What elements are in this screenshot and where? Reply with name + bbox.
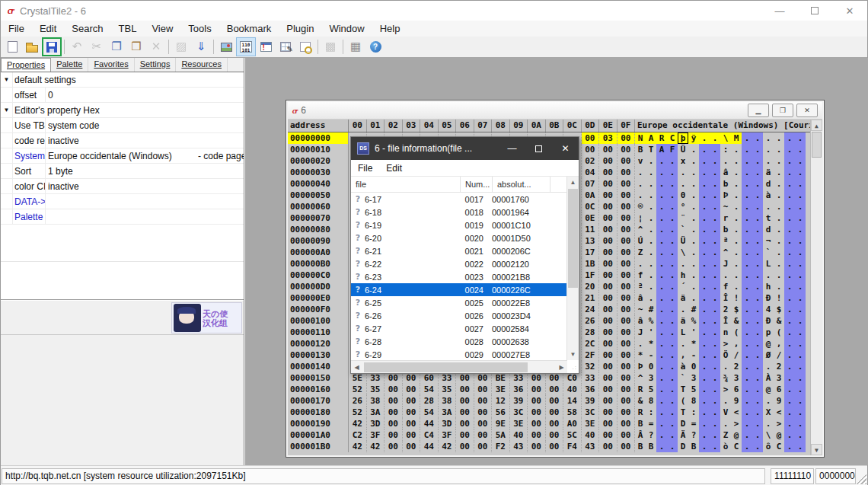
hex-char-cell[interactable]: . <box>752 338 763 349</box>
paste-button[interactable]: ❒ <box>126 37 146 56</box>
menu-plugin[interactable]: Plugin <box>279 21 321 37</box>
hex-char-cell[interactable]: = <box>688 418 699 429</box>
hex-char-cell[interactable]: ° <box>678 201 688 212</box>
hex-char-cell[interactable]: . <box>667 338 678 349</box>
file-list-row[interactable]: ?6-20002000001D50 <box>351 231 567 244</box>
hex-char-cell[interactable]: . <box>784 224 795 235</box>
hex-byte-cell[interactable]: 00 <box>599 361 617 372</box>
hex-byte-cell[interactable]: 00 <box>528 441 546 452</box>
hex-char-cell[interactable]: B <box>635 144 646 155</box>
hex-char-cell[interactable]: . <box>699 190 710 201</box>
hex-char-cell[interactable]: . <box>699 327 710 338</box>
hex-char-cell[interactable]: . <box>710 212 720 224</box>
hex-char-cell[interactable]: . <box>784 338 795 349</box>
tile-editor-button[interactable] <box>276 37 295 56</box>
hex-char-cell[interactable]: x <box>678 155 688 167</box>
hex-char-cell[interactable]: . <box>784 212 795 224</box>
hex-byte-cell[interactable]: 00 <box>456 407 474 418</box>
hex-byte-cell[interactable]: 26 <box>349 395 367 407</box>
hex-char-cell[interactable]: . <box>763 144 774 155</box>
delete-button[interactable]: ✕ <box>146 37 166 56</box>
hex-byte-cell[interactable]: 00 <box>546 384 564 395</box>
property-value[interactable]: 1 byte <box>46 164 244 178</box>
hex-char-cell[interactable]: - <box>646 349 656 361</box>
hex-byte-cell[interactable]: 1B <box>582 258 600 270</box>
hex-char-cell[interactable]: . <box>795 212 806 224</box>
hex-char-cell[interactable]: . <box>784 361 795 372</box>
hex-byte-cell[interactable]: 24 <box>582 304 600 315</box>
hex-char-cell[interactable]: . <box>763 395 774 407</box>
hex-byte-cell[interactable]: 00 <box>617 201 636 212</box>
hex-char-cell[interactable]: R <box>635 407 646 418</box>
hex-byte-cell[interactable]: C4 <box>420 429 439 441</box>
file-list-row[interactable]: ?6-18001800001964 <box>351 206 567 219</box>
hex-byte-cell[interactable]: 5A <box>492 429 510 441</box>
hex-char-cell[interactable]: . <box>678 258 688 270</box>
hex-byte-cell[interactable]: 3A <box>439 407 457 418</box>
hex-row[interactable]: 0000017026380000283800001239000014390000… <box>288 395 822 407</box>
menu-search[interactable]: Search <box>64 21 110 37</box>
hex-char-cell[interactable]: . <box>752 395 763 407</box>
hex-char-cell[interactable]: 4 <box>763 304 774 315</box>
hex-char-cell[interactable]: . <box>795 281 806 292</box>
hex-char-cell[interactable]: . <box>667 395 678 407</box>
hex-char-cell[interactable]: . <box>752 155 763 167</box>
hex-char-cell[interactable]: . <box>710 441 720 452</box>
hex-char-cell[interactable]: . <box>710 372 720 384</box>
hex-char-cell[interactable]: . <box>688 270 699 281</box>
hex-byte-cell[interactable]: 00 <box>617 224 636 235</box>
hex-byte-cell[interactable]: 00 <box>599 327 617 338</box>
hex-byte-cell[interactable]: 00 <box>546 395 564 407</box>
hex-char-cell[interactable]: . <box>752 441 763 452</box>
hex-char-cell[interactable]: . <box>763 418 774 429</box>
hex-byte-cell[interactable]: 00 <box>599 212 617 224</box>
hex-char-cell[interactable]: b <box>720 178 731 190</box>
open-button[interactable] <box>22 37 42 56</box>
hex-char-cell[interactable]: . <box>752 212 763 224</box>
hex-char-cell[interactable]: . <box>742 167 752 178</box>
hex-char-cell[interactable]: . <box>699 212 710 224</box>
hex-byte-cell[interactable]: 12 <box>492 395 510 407</box>
hex-char-cell[interactable]: & <box>731 315 742 327</box>
hex-char-cell[interactable]: / <box>731 349 742 361</box>
hex-char-cell[interactable]: . <box>667 178 678 190</box>
tab-resources[interactable]: Resources <box>176 58 228 72</box>
hex-char-cell[interactable]: . <box>699 361 710 372</box>
file-list-row[interactable]: ?6-250025000022E8 <box>351 296 567 309</box>
hex-char-cell[interactable]: . <box>646 281 656 292</box>
hex-char-cell[interactable]: . <box>763 201 774 212</box>
hex-byte-cell[interactable]: 40 <box>582 429 600 441</box>
hex-char-cell[interactable]: . <box>731 144 742 155</box>
hex-byte-cell[interactable]: 35 <box>367 384 385 395</box>
hex-char-cell[interactable]: . <box>667 212 678 224</box>
file-list-row[interactable]: ?6-17001700001760 <box>351 193 567 206</box>
hex-char-cell[interactable]: @ <box>774 429 784 441</box>
hex-char-cell[interactable]: . <box>784 372 795 384</box>
hex-char-cell[interactable]: . <box>795 201 806 212</box>
window-resize-grip[interactable] <box>856 474 866 484</box>
hex-char-cell[interactable]: 3 <box>774 372 784 384</box>
hex-char-cell[interactable]: . <box>710 407 720 418</box>
dialog-horizontal-scrollbar[interactable]: ◀ ▶ <box>351 360 567 373</box>
hex-byte-cell[interactable]: 00 <box>403 384 421 395</box>
hex-char-cell[interactable]: . <box>656 327 667 338</box>
hex-byte-cell[interactable]: 00 <box>528 384 546 395</box>
hex-char-cell[interactable]: . <box>752 178 763 190</box>
hex-char-cell[interactable]: * <box>635 349 646 361</box>
hex-char-cell[interactable]: n <box>720 327 731 338</box>
column-header-c1[interactable]: file <box>351 177 461 192</box>
hex-char-cell[interactable]: . <box>774 224 784 235</box>
dialog-titlebar[interactable]: DS 6 - file information(file ... — ✕ <box>351 137 579 160</box>
hex-byte-cell[interactable]: 00 <box>599 384 617 395</box>
hex-char-cell[interactable]: . <box>699 144 710 155</box>
hex-byte-cell[interactable]: 00 <box>617 395 636 407</box>
hex-char-cell[interactable]: . <box>699 167 710 178</box>
hex-char-cell[interactable]: . <box>795 235 806 247</box>
hex-char-cell[interactable]: . <box>699 349 710 361</box>
hex-char-cell[interactable]: . <box>646 201 656 212</box>
hex-byte-cell[interactable]: 33 <box>582 372 600 384</box>
hex-byte-cell[interactable]: 40 <box>510 429 528 441</box>
hex-char-cell[interactable]: X <box>763 407 774 418</box>
hex-byte-cell[interactable]: 38 <box>367 395 385 407</box>
hex-char-cell[interactable]: 0 <box>646 361 656 372</box>
